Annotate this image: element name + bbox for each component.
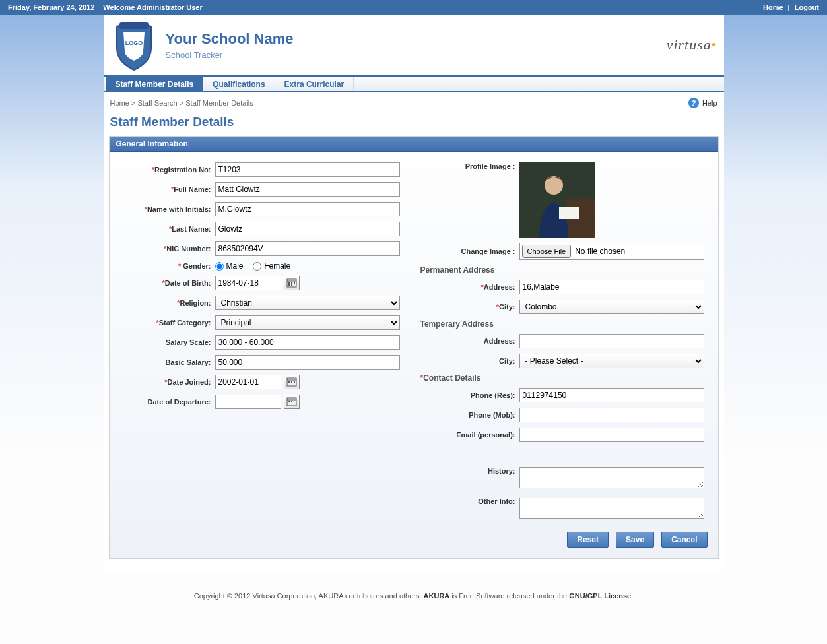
name-initials-input[interactable] [215, 202, 400, 216]
label-date-departure: Date of Departure: [116, 398, 215, 406]
topbar-welcome: Welcome Administrator User [103, 3, 202, 11]
perm-city-select[interactable]: Colombo [519, 300, 704, 314]
tab-qualifications[interactable]: Qualifications [203, 77, 275, 91]
date-joined-calendar-button[interactable] [284, 375, 300, 389]
other-info-textarea[interactable] [519, 498, 704, 519]
temp-address-heading: Temperary Address [420, 319, 711, 329]
svg-rect-6 [294, 282, 295, 284]
app-subtitle: School Tracker [166, 50, 667, 60]
help-icon: ? [688, 98, 699, 108]
school-logo: LOGO [110, 18, 158, 71]
svg-rect-11 [288, 381, 290, 383]
choose-file-button[interactable]: Choose File [522, 245, 572, 258]
label-gender: * Gender: [116, 262, 215, 270]
label-other: Other Info: [420, 498, 519, 505]
bc-home[interactable]: Home [110, 99, 129, 107]
bc-current: Staff Member Details [185, 99, 253, 107]
history-textarea[interactable] [519, 467, 704, 488]
label-salary-scale: Salary Scale: [116, 338, 215, 346]
dob-input[interactable] [215, 276, 281, 290]
svg-text:LOGO: LOGO [125, 40, 143, 46]
save-button[interactable]: Save [616, 532, 654, 548]
reg-no-input[interactable] [215, 162, 400, 177]
phone-res-input[interactable] [519, 388, 704, 402]
label-nic: *NIC Number: [116, 245, 215, 253]
nic-input[interactable] [215, 242, 400, 256]
topbar-date: Friday, February 24, 2012 [8, 3, 94, 11]
reset-button[interactable]: Reset [567, 532, 609, 548]
salary-scale-input[interactable] [215, 335, 400, 350]
label-temp-city: City: [420, 357, 519, 365]
label-religion: *Religion: [116, 299, 215, 307]
separator: | [788, 3, 790, 11]
topbar: Friday, February 24, 2012 Welcome Admini… [0, 0, 827, 15]
label-dob: *Date of Birth: [116, 279, 215, 287]
label-history: History: [420, 467, 519, 475]
label-date-joined: *Date Joined: [116, 378, 215, 386]
breadcrumb: Home > Staff Search > Staff Member Detai… [110, 99, 253, 107]
bc-staff-search[interactable]: Staff Search [137, 99, 177, 107]
cancel-button[interactable]: Cancel [661, 532, 707, 548]
panel-header: General Infomation [110, 137, 718, 152]
footer: Copyright © 2012 Virtusa Corporation, AK… [0, 572, 827, 613]
label-full-name: *Full Name: [116, 185, 215, 193]
calendar-icon [286, 376, 297, 388]
logout-link[interactable]: Logout [795, 3, 819, 11]
navbar: Staff Member Details Qualifications Extr… [104, 75, 724, 92]
label-last-name: *Last Name: [116, 225, 215, 233]
home-link[interactable]: Home [763, 3, 783, 11]
profile-image [519, 162, 595, 238]
svg-rect-5 [291, 282, 292, 284]
email-input[interactable] [519, 428, 704, 442]
brand-logo: virtusa• [667, 36, 717, 53]
perm-address-heading: Permanent Address [420, 265, 711, 274]
svg-point-21 [545, 176, 563, 195]
calendar-icon [286, 277, 297, 289]
tab-staff-details[interactable]: Staff Member Details [106, 77, 204, 91]
dob-calendar-button[interactable] [284, 276, 300, 290]
tab-extra-curricular[interactable]: Extra Curricular [275, 77, 354, 91]
label-staff-cat: *Staff Category: [116, 319, 215, 327]
label-phone-mob: Phone (Mob): [420, 411, 519, 419]
svg-rect-22 [559, 207, 579, 219]
calendar-icon [286, 396, 297, 408]
svg-rect-17 [291, 401, 292, 402]
religion-select[interactable]: Christian [215, 296, 400, 310]
file-status: No file chosen [575, 247, 625, 256]
perm-address-input[interactable] [519, 280, 704, 294]
label-name-initials: *Name with Initials: [116, 205, 215, 213]
svg-rect-8 [291, 284, 292, 286]
help-link[interactable]: ? Help [688, 98, 717, 108]
gender-female-radio[interactable] [253, 262, 261, 271]
svg-rect-12 [291, 381, 292, 383]
gender-male-radio[interactable] [215, 262, 224, 271]
temp-city-select[interactable]: - Please Select - [519, 354, 704, 368]
temp-address-input[interactable] [519, 334, 704, 348]
svg-rect-7 [288, 284, 290, 286]
general-info-panel: General Infomation *Registration No: *Fu… [109, 136, 719, 559]
phone-mob-input[interactable] [519, 408, 704, 422]
label-profile-image: Profile Image : [420, 162, 519, 170]
contact-heading: *Contact Details [420, 373, 711, 383]
label-perm-city: *City: [420, 303, 519, 311]
label-temp-address: Address: [420, 337, 519, 345]
page-title: Staff Member Details [104, 111, 724, 136]
file-input-wrap: Choose File No file chosen [519, 243, 704, 260]
header: LOGO Your School Name School Tracker vir… [104, 15, 724, 75]
label-phone-res: Phone (Res): [420, 391, 519, 399]
svg-rect-0 [119, 22, 149, 29]
full-name-input[interactable] [215, 182, 400, 197]
school-name: Your School Name [166, 30, 667, 48]
staff-cat-select[interactable]: Principal [215, 315, 400, 330]
last-name-input[interactable] [215, 222, 400, 236]
label-perm-address: *Address: [420, 283, 519, 291]
svg-rect-4 [288, 282, 290, 284]
svg-rect-16 [288, 401, 290, 402]
label-change-image: Change Image : [420, 247, 519, 255]
label-basic-salary: Basic Salary: [116, 358, 215, 366]
label-email: Email (personal): [420, 431, 519, 439]
date-departure-input[interactable] [215, 395, 281, 409]
date-joined-input[interactable] [215, 375, 281, 389]
basic-salary-input[interactable] [215, 355, 400, 370]
date-departure-calendar-button[interactable] [284, 395, 300, 409]
